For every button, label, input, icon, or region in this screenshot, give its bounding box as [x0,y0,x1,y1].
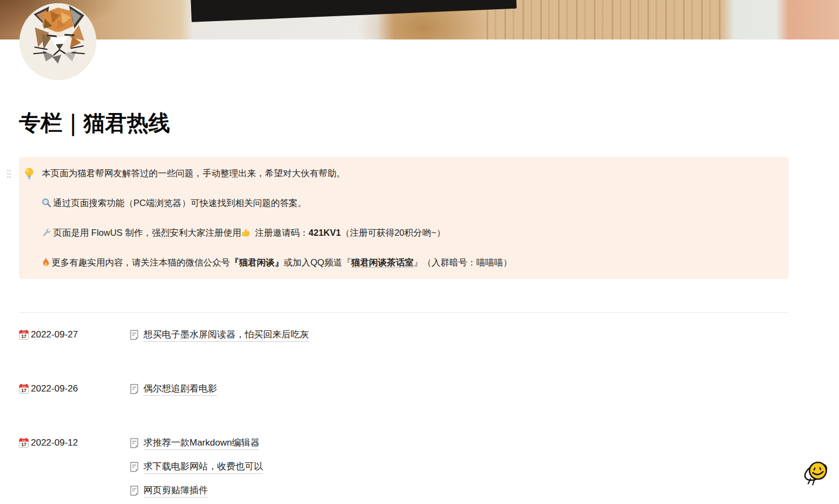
date-text: 2022-09-26 [31,383,78,394]
callout-line-2: 通过页面搜索功能（PC端浏览器）可快速找到相关问题的答案。 [42,196,781,210]
document-icon [130,438,139,448]
table-row: July 17 2022-09-27 想买电子墨水屏阅读器，怕买回来后吃灰 [19,327,789,343]
list-item[interactable]: 偶尔想追剧看电影 [130,381,789,397]
page-body: 专栏｜猫君热线 本页面为猫君帮网友解答过的一些问题，手动整理出来，希望对大伙有帮… [19,107,789,504]
svg-text:17: 17 [21,388,27,393]
cover-wood-texture [487,0,722,39]
calendar-icon: July 17 [19,384,29,394]
svg-text:17: 17 [21,442,27,447]
date-text: 2022-09-12 [31,437,78,448]
calendar-icon: July 17 [19,438,29,448]
date-text: 2022-09-27 [31,329,78,340]
list-item[interactable]: 求推荐一款Markdown编辑器 [130,435,789,451]
date-cell: July 17 2022-09-12 [19,435,130,451]
page-link[interactable]: 想买电子墨水屏阅读器，怕买回来后吃灰 [143,328,309,342]
callout-line-4: 更多有趣实用内容，请关注本猫的微信公众号『猫君闲谈』或加入QQ频道『猫君闲谈茶话… [42,256,781,269]
list-item[interactable]: 求下载电影网站，收费也可以 [130,459,789,475]
document-icon [130,486,139,496]
fire-icon [42,257,50,267]
callout-text: 本页面为猫君帮网友解答过的一些问题，手动整理出来，希望对大伙有帮助。 通过页面搜… [42,167,781,269]
page-link[interactable]: 求下载电影网站，收费也可以 [143,460,263,474]
thumbs-up-icon [241,228,251,237]
callout-block: 本页面为猫君帮网友解答过的一些问题，手动整理出来，希望对大伙有帮助。 通过页面搜… [19,157,789,279]
document-icon [130,462,139,472]
page-cover-image [0,0,839,39]
smiley-icon [803,457,831,486]
callout-line-1: 本页面为猫君帮网友解答过的一些问题，手动整理出来，希望对大伙有帮助。 [42,167,781,180]
list-item[interactable]: 想买电子墨水屏阅读器，怕买回来后吃灰 [130,327,789,343]
cover-blackboard [191,0,517,22]
drag-handle-icon[interactable] [7,170,14,180]
callout-line-3: 页面是用 FlowUS 制作，强烈安利大家注册使用 注册邀请码：421KV1（注… [42,226,781,240]
feedback-smiley-button[interactable] [803,457,831,486]
callout-icon-column [23,167,36,269]
divider [19,312,789,313]
invite-code: 421KV1 [309,228,341,237]
lightbulb-icon [23,167,35,180]
wrench-icon [42,228,51,237]
page-link[interactable]: 求推荐一款Markdown编辑器 [143,436,259,450]
page-icon-cat-avatar[interactable] [19,3,96,80]
page-link[interactable]: 网页剪贴簿插件 [143,484,208,498]
cat-face-icon [19,3,96,80]
svg-text:17: 17 [21,334,27,339]
wechat-account-name: 『猫君闲谈』 [230,257,284,267]
page-title: 专栏｜猫君热线 [19,107,789,141]
date-cell: July 17 2022-09-26 [19,381,130,397]
table-row: July 17 2022-09-12 求推荐一款Markdown编辑器 [19,435,789,499]
table-row: July 17 2022-09-26 偶尔想追剧看电影 [19,381,789,397]
document-icon [130,330,139,340]
document-icon [130,384,139,394]
qa-list: July 17 2022-09-27 想买电子墨水屏阅读器，怕买回来后吃灰 [19,327,789,499]
calendar-icon: July 17 [19,330,29,340]
list-item[interactable]: 网页剪贴簿插件 [130,482,789,499]
page-link[interactable]: 偶尔想追剧看电影 [143,382,217,396]
qq-channel-link[interactable]: 猫君闲谈茶话室 [351,257,414,268]
date-cell: July 17 2022-09-27 [19,327,130,343]
magnifier-icon [42,198,51,208]
